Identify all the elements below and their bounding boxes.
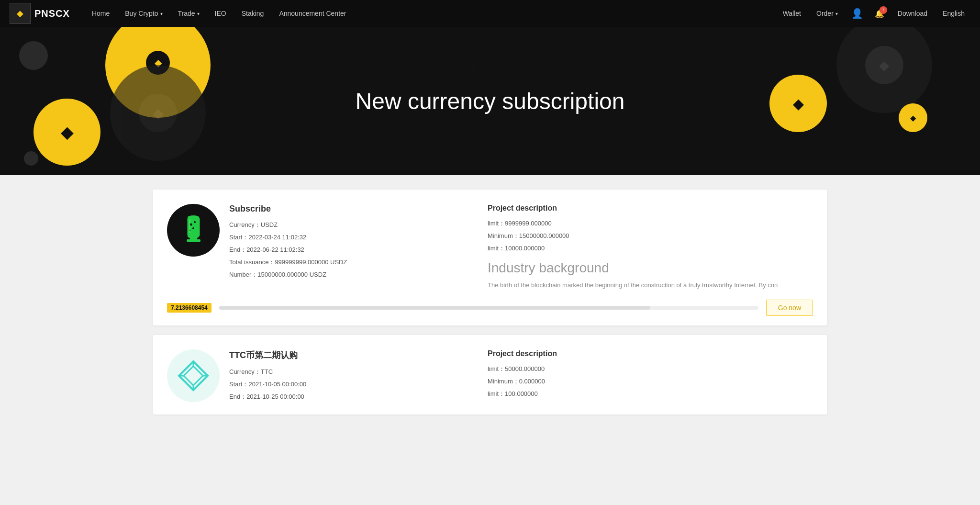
nav-trade[interactable]: Trade ▾ <box>170 0 207 27</box>
buy-crypto-arrow: ▾ <box>160 11 163 16</box>
usdz-project-desc: Project description limit：9999999.000000… <box>488 204 813 290</box>
svg-rect-4 <box>187 239 200 242</box>
main-content: Subscribe Currency：USDZ Start：2022-03-24… <box>143 190 837 415</box>
nav-download[interactable]: Download <box>892 0 933 27</box>
deco-circle-3: ◆ <box>33 99 100 166</box>
ttc-logo <box>167 349 220 402</box>
ttc-limit2: limit：100.000000 <box>488 390 813 398</box>
ttc-minimum: Minimum：0.000000 <box>488 377 813 386</box>
usdz-total: Total issuance：999999999.000000 USDZ <box>229 258 468 267</box>
ttc-project-title: Project description <box>488 349 813 358</box>
nav-home[interactable]: Home <box>84 0 117 27</box>
usdz-progress-label: 7.2136608454 <box>167 303 212 313</box>
usdz-project-title: Project description <box>488 204 813 213</box>
usdz-limit2: limit：10000.000000 <box>488 244 813 253</box>
logo-text: PNSCX <box>34 8 70 19</box>
deco-circle-4: ◆ <box>110 65 206 161</box>
svg-rect-9 <box>189 219 190 233</box>
usdz-number: Number：15000000.000000 USDZ <box>229 270 468 279</box>
nav-order[interactable]: Order ▾ <box>811 0 844 27</box>
bell-icon[interactable]: 🔔 7 <box>871 9 888 18</box>
nav-language[interactable]: English <box>937 0 970 27</box>
card-ttc: TTC币第二期认购 Currency：TTC Start：2021-10-05 … <box>153 335 827 415</box>
usdz-start: Start：2022-03-24 11:02:32 <box>229 233 468 242</box>
hero-title: New currency subscription <box>356 88 625 114</box>
usdz-progress-section: 7.2136608454 Go now <box>167 300 813 316</box>
ttc-subscribe-title: TTC币第二期认购 <box>229 349 468 361</box>
svg-point-6 <box>194 221 196 223</box>
card-usdz: Subscribe Currency：USDZ Start：2022-03-24… <box>153 190 827 325</box>
deco-circle-2 <box>19 41 48 70</box>
nav-right: Wallet Order ▾ 👤 🔔 7 Download English <box>777 0 970 27</box>
usdz-progress-fill <box>219 306 651 310</box>
usdz-logo <box>167 204 220 257</box>
ttc-info: TTC币第二期认购 Currency：TTC Start：2021-10-05 … <box>229 349 468 405</box>
nav-staking[interactable]: Staking <box>234 0 272 27</box>
usdz-info: Subscribe Currency：USDZ Start：2022-03-24… <box>229 204 468 290</box>
usdz-end: End：2022-06-22 11:02:32 <box>229 246 468 254</box>
usdz-currency: Currency：USDZ <box>229 221 468 229</box>
navbar: ◆ PNSCX Home Buy Crypto ▾ Trade ▾ IEO St… <box>0 0 980 27</box>
ttc-end: End：2021-10-25 00:00:00 <box>229 393 468 401</box>
svg-point-1 <box>188 215 199 219</box>
usdz-industry-text: The birth of the blockchain marked the b… <box>488 281 813 290</box>
usdz-industry-title: Industry background <box>488 260 813 276</box>
logo-icon: ◆ <box>10 3 31 24</box>
nav-announcement[interactable]: Announcement Center <box>271 0 354 27</box>
ttc-logo-svg <box>177 359 210 393</box>
usdz-minimum: Minimum：15000000.000000 <box>488 232 813 240</box>
ttc-limit1: limit：50000.000000 <box>488 365 813 373</box>
hero-banner: ◆ ◆ ◆ ◆ ◆ ◆ · · · · · · · · New currency… <box>0 27 980 175</box>
user-icon[interactable]: 👤 <box>847 8 867 19</box>
svg-rect-3 <box>190 236 197 239</box>
deco-circle-8 <box>24 151 38 166</box>
ttc-project-desc: Project description limit：50000.000000 M… <box>488 349 813 405</box>
usdz-progress-bar <box>219 306 758 310</box>
deco-circle-5: ◆ <box>769 75 827 132</box>
nav-ieo[interactable]: IEO <box>207 0 234 27</box>
deco-circle-7: ◆ <box>899 103 927 132</box>
card-left-ttc: TTC币第二期认购 Currency：TTC Start：2021-10-05 … <box>167 349 468 405</box>
notification-badge: 7 <box>880 6 887 14</box>
deco-circle-6: ◆ <box>836 27 932 113</box>
nav-wallet[interactable]: Wallet <box>777 0 807 27</box>
logo-area[interactable]: ◆ PNSCX <box>10 3 70 24</box>
usdz-limit1: limit：9999999.000000 <box>488 219 813 228</box>
trade-arrow: ▾ <box>197 11 200 16</box>
nav-buy-crypto[interactable]: Buy Crypto ▾ <box>117 0 170 27</box>
usdz-subscribe-title: Subscribe <box>229 204 468 214</box>
ttc-start: Start：2021-10-05 00:00:00 <box>229 380 468 389</box>
ttc-currency: Currency：TTC <box>229 368 468 376</box>
usdz-go-now-button[interactable]: Go now <box>766 300 813 316</box>
card-left-usdz: Subscribe Currency：USDZ Start：2022-03-24… <box>167 204 468 290</box>
nav-links: Home Buy Crypto ▾ Trade ▾ IEO Staking An… <box>84 0 777 27</box>
svg-point-7 <box>192 227 194 229</box>
usdz-logo-svg <box>180 215 207 246</box>
order-arrow: ▾ <box>835 11 838 16</box>
